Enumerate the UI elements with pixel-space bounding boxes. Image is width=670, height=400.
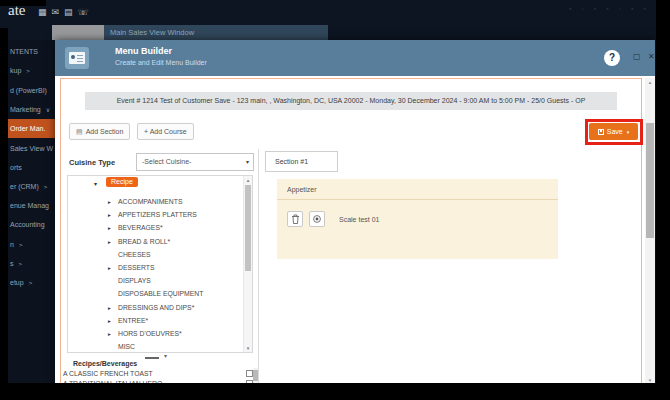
list-item-classic-french-toast[interactable]: A CLASSIC FRENCH TOAST (63, 370, 257, 380)
topbar-icons: ▦ ✉ ▤ ☏ (38, 7, 89, 17)
recipe-tree: ▾ Recipe ▸ACCOMPANIMENTS ▸APPETIZERS PLA… (67, 175, 253, 353)
menu-item-row: Scale test 01 (287, 211, 379, 227)
menu-builder-dialog: Menu Builder Create and Edit Menu Builde… (55, 40, 655, 384)
sidebar-item-admin[interactable]: n> (8, 235, 55, 254)
recipes-beverages-header: Recipes/Beverages (73, 360, 137, 367)
add-section-button[interactable]: ▤Add Section (69, 123, 130, 140)
frame-edge (656, 0, 670, 400)
frame-edge (0, 0, 46, 6)
tree-item-dressings-and-dips[interactable]: ▸DRESSINGS AND DIPS* (68, 303, 240, 316)
tree-item-appetizers-platters[interactable]: ▸APPETIZERS PLATTERS (68, 210, 240, 223)
dialog-title: Menu Builder (115, 46, 172, 56)
tree-item-bread-roll[interactable]: ▸BREAD & ROLL* (68, 237, 240, 250)
tree-item-misc[interactable]: MISC (68, 342, 240, 353)
sidebar-item-extras[interactable]: s> (8, 254, 55, 273)
frame-edge (0, 383, 670, 400)
tree-item-entree[interactable]: ▸ENTREE* (68, 316, 240, 329)
cuisine-select[interactable]: -Select Cuisine- ▾ (136, 153, 254, 171)
pane-splitter-handle[interactable] (145, 357, 159, 359)
view-icon (312, 214, 322, 224)
tree-item-beverages[interactable]: ▸BEVERAGES* (68, 223, 240, 236)
appetizer-course-card: Appetizer Scale test 01 (277, 179, 558, 259)
sidebar-item-crm[interactable]: er (CRM)> (8, 177, 55, 196)
phone-icon[interactable]: ☏ (78, 7, 89, 17)
sidebar-item-accounting[interactable]: Accounting (8, 215, 55, 234)
sidebar-item-lookup[interactable]: kup> (8, 61, 55, 80)
tree-item-desserts[interactable]: ▸DESSERTS (68, 263, 240, 276)
window-controls-icons: ▪ ▫ ▪ ▪ ▫ ▪ ▪ (569, 5, 650, 12)
sidebar-item-reports[interactable]: orts (8, 158, 55, 177)
trash-icon (291, 214, 300, 225)
tree-root-caret-icon[interactable]: ▾ (94, 180, 97, 187)
view-item-button[interactable] (309, 211, 325, 227)
section-panel: Section #1 Appetizer Scale test 01 (258, 149, 642, 385)
maximize-icon[interactable]: ▢ (633, 53, 641, 61)
annotation-highlight-box (585, 119, 643, 145)
tree-scrollbar-thumb[interactable] (245, 185, 251, 271)
grid-icon[interactable]: ▦ (38, 7, 47, 17)
dialog-content: Event # 1214 Test of Customer Save - 123… (60, 78, 642, 384)
scroll-up-icon[interactable]: ▴ (645, 79, 655, 85)
add-course-button[interactable]: + Add Course (137, 123, 194, 140)
section-icon: ▤ (76, 128, 83, 135)
cuisine-type-label: Cuisine Type (69, 158, 115, 167)
sidebar-item-setup[interactable]: etup> (8, 273, 55, 292)
sidebar-item-marketing[interactable]: Marketing∨ (8, 100, 55, 119)
chevron-down-icon: ▾ (246, 154, 249, 170)
tree-item-accompaniments[interactable]: ▸ACCOMPANIMENTS (68, 197, 240, 210)
tree-root-recipe[interactable]: Recipe (106, 177, 138, 187)
tree-item-disposable-equipment[interactable]: DISPOSABLE EQUIPMENT (68, 289, 240, 302)
dialog-subtitle: Create and Edit Menu Builder (115, 59, 207, 66)
sidebar-item-order-man[interactable]: Order Man. (8, 119, 55, 138)
frame-edge (0, 28, 8, 400)
tree-item-cheeses[interactable]: CHEESES (68, 250, 240, 263)
app-screen: ate ▦ ✉ ▤ ☏ ▪ ▫ ▪ ▪ ▫ ▪ ▪ Main Sales Vie… (0, 0, 670, 400)
building-icon[interactable]: ▤ (64, 7, 73, 17)
tree-item-hors-doeuvres[interactable]: ▸HORS D'OEUVRES* (68, 329, 240, 342)
tab-section-1[interactable]: Section #1 (265, 151, 338, 172)
collapsed-tab-block[interactable] (52, 25, 104, 40)
help-button[interactable]: ? (604, 50, 620, 66)
pane-splitter-caret-icon[interactable]: ▾ (164, 352, 167, 359)
scroll-down-icon[interactable]: ▾ (244, 345, 252, 351)
tree-item-displays[interactable]: DISPLAYS (68, 276, 240, 289)
tab-main-sales-view-window[interactable]: Main Sales View Window (104, 25, 328, 40)
sidebar-item-revenue-management[interactable]: enue Manag (8, 196, 55, 215)
dialog-scrollbar[interactable]: ▴ ▾ (645, 78, 655, 384)
chat-icon[interactable]: ✉ (52, 7, 60, 17)
delete-item-button[interactable] (287, 211, 303, 227)
dialog-header: Menu Builder Create and Edit Menu Builde… (55, 40, 655, 76)
checkbox[interactable] (246, 370, 253, 377)
course-title: Appetizer (277, 179, 558, 200)
tree-scrollbar[interactable]: ▴ ▾ (243, 176, 252, 352)
sidebar-item-sales-view[interactable]: Sales View W (8, 139, 55, 158)
scroll-up-icon[interactable]: ▴ (244, 177, 252, 183)
event-info-banner: Event # 1214 Test of Customer Save - 123… (85, 92, 617, 110)
sidebar-item-powerbi[interactable]: d (PowerBI) (8, 81, 55, 100)
menu-item-label: Scale test 01 (339, 216, 379, 223)
dialog-scrollbar-thumb[interactable] (646, 123, 654, 238)
sidebar-item-contents: NTENTS (8, 42, 55, 61)
sidebar: NTENTS kup> d (PowerBI) Marketing∨ Order… (0, 40, 55, 384)
close-icon[interactable]: ✕ (648, 53, 655, 61)
menu-builder-icon (65, 47, 89, 69)
